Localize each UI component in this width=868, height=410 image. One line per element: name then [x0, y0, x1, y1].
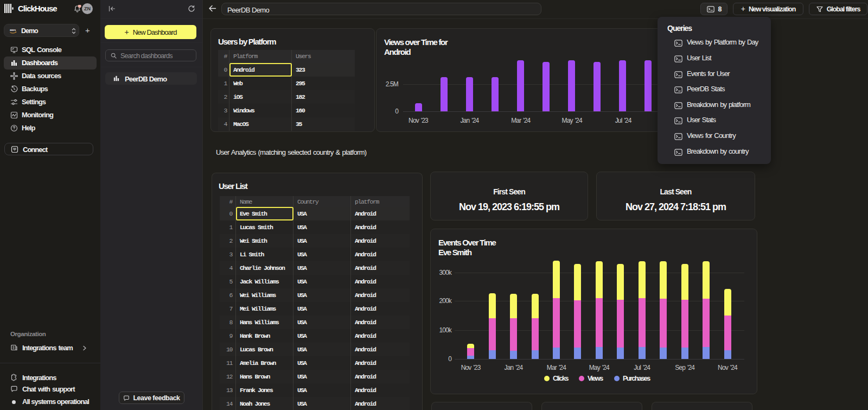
- svg-text:aws: aws: [10, 28, 16, 31]
